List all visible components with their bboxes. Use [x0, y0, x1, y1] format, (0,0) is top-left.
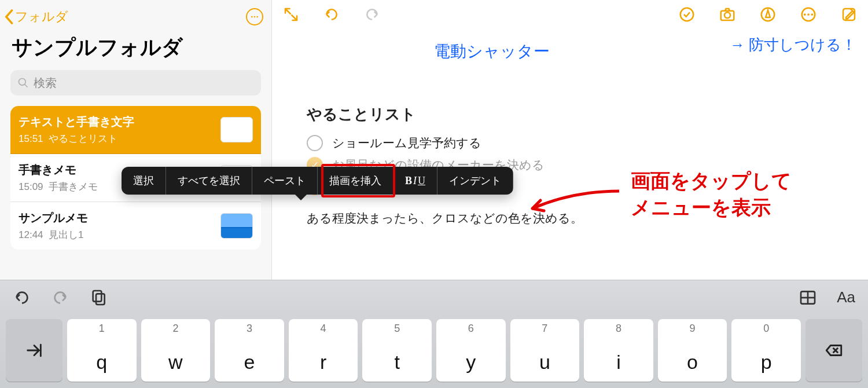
checklist-button[interactable]: [678, 6, 696, 23]
key-y[interactable]: 6y: [436, 319, 506, 382]
annotation-arrow: [521, 185, 625, 220]
key-q[interactable]: 1q: [67, 319, 137, 382]
svg-rect-15: [96, 294, 105, 305]
svg-point-2: [256, 16, 258, 18]
redo-button[interactable]: [363, 6, 381, 23]
key-e[interactable]: 3e: [215, 319, 284, 382]
highlight-box: [321, 164, 395, 197]
key-w[interactable]: 2w: [141, 319, 211, 382]
key-u[interactable]: 7u: [510, 319, 580, 382]
back-label: フォルダ: [15, 8, 68, 25]
keyboard-toolbar: Aa: [0, 280, 868, 314]
key-p[interactable]: 0p: [731, 319, 801, 382]
key-o[interactable]: 9o: [658, 319, 727, 382]
chevron-left-icon: [3, 9, 14, 25]
svg-point-3: [19, 79, 26, 86]
note-thumbnail: [220, 213, 253, 239]
menu-paste[interactable]: ペースト: [252, 167, 318, 195]
back-button[interactable]: フォルダ: [3, 8, 68, 25]
menu-indent[interactable]: インデント: [437, 167, 513, 195]
note-editor[interactable]: 電動シャッター → 防寸しつける！ やることリスト ショールーム見学予約する お…: [272, 0, 868, 280]
key-t[interactable]: 5t: [362, 319, 432, 382]
more-button[interactable]: [800, 6, 817, 23]
key-tab[interactable]: [6, 319, 62, 382]
menu-select-all[interactable]: すべてを選択: [166, 167, 252, 195]
menu-select[interactable]: 選択: [122, 167, 166, 195]
context-menu: 選択 すべてを選択 ペースト 描画を挿入 BIU インデント: [122, 167, 513, 195]
ellipsis-icon: [250, 12, 259, 21]
svg-rect-14: [93, 291, 102, 302]
menu-biu[interactable]: BIU: [393, 167, 437, 195]
kb-undo-button[interactable]: [13, 288, 31, 307]
note-name: テキストと手書き文字: [19, 114, 214, 130]
folder-title: サンプルフォルダ: [0, 31, 271, 70]
expand-icon[interactable]: [282, 6, 300, 23]
kb-clipboard-button[interactable]: [89, 288, 108, 307]
key-r[interactable]: 4r: [289, 319, 358, 382]
sidebar: フォルダ サンプルフォルダ 検索 テキストと手書き文字 15:51 やることリス…: [0, 0, 272, 280]
note-heading: やることリスト: [307, 104, 833, 125]
annotation-text: 画面をタップして メニューを表示: [631, 168, 792, 221]
note-name: サンプルメモ: [19, 210, 214, 226]
kb-table-button[interactable]: [799, 288, 817, 307]
markup-button[interactable]: [759, 6, 777, 23]
more-options-button[interactable]: [246, 8, 263, 25]
key-i[interactable]: 8i: [584, 319, 653, 382]
svg-point-1: [254, 16, 256, 18]
note-item-2[interactable]: サンプルメモ 12:44 見出し1: [10, 202, 261, 250]
kb-format-button[interactable]: Aa: [837, 288, 855, 306]
key-delete[interactable]: [806, 319, 862, 382]
search-icon: [17, 77, 29, 89]
svg-point-11: [807, 13, 810, 16]
svg-point-0: [251, 16, 253, 18]
undo-button[interactable]: [323, 6, 340, 23]
tab-icon: [24, 341, 44, 360]
compose-button[interactable]: [840, 6, 858, 23]
svg-point-12: [811, 13, 813, 16]
handwriting-2: → 防寸しつける！: [730, 35, 857, 55]
keyboard: 1q 2w 3e 4r 5t 6y 7u 8i 9o 0p: [0, 314, 868, 388]
checkbox-empty[interactable]: [307, 135, 323, 151]
search-placeholder: 検索: [34, 75, 57, 91]
checklist-row[interactable]: ショールーム見学予約する: [307, 135, 833, 151]
delete-icon: [824, 341, 844, 360]
handwriting-1: 電動シャッター: [434, 41, 550, 63]
svg-point-10: [804, 13, 806, 16]
kb-redo-button[interactable]: [51, 288, 69, 307]
svg-point-5: [681, 8, 694, 21]
note-thumbnail: [220, 117, 253, 142]
search-field[interactable]: 検索: [10, 70, 261, 96]
svg-point-7: [724, 12, 730, 18]
editor-toolbar: [272, 0, 868, 23]
svg-line-4: [25, 85, 28, 87]
camera-button[interactable]: [719, 6, 736, 23]
note-item-0[interactable]: テキストと手書き文字 15:51 やることリスト: [10, 106, 261, 154]
